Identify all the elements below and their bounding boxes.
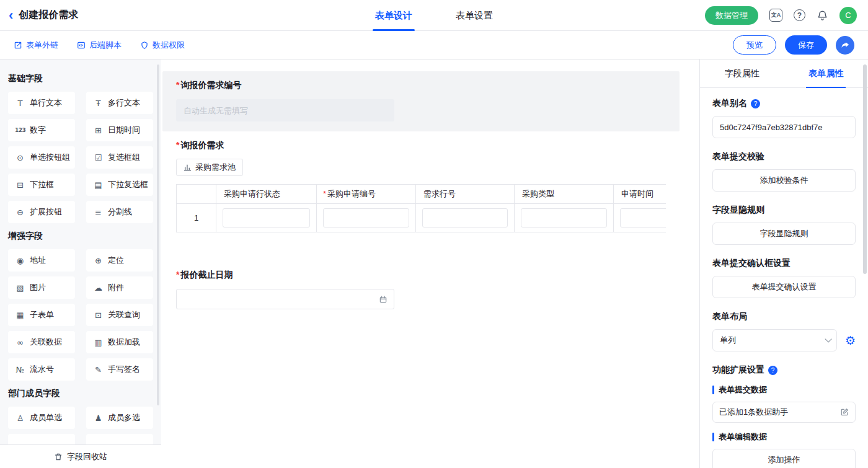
field-label: 数字 [30, 125, 46, 136]
sidebar-item-multi-select[interactable]: ▤下拉复选框 [86, 174, 153, 196]
col-header-request-line-status: 采购申请行状态 [216, 185, 317, 204]
main-body: 基础字段 T单行文本 Ŧ多行文本 123数字 ⊞日期时间 ⊙单选按钮组 ☑复选框… [0, 60, 868, 468]
field-label: 地址 [30, 255, 46, 266]
backend-script-link[interactable]: 后端脚本 [77, 40, 122, 51]
header-tabs: 表单设计 表单设置 [373, 0, 495, 31]
sidebar-scrollbar[interactable] [157, 64, 159, 405]
cell-input-request-line-status[interactable] [223, 208, 310, 227]
sidebar-item-data-load[interactable]: ▥数据加载 [86, 331, 153, 353]
avatar[interactable]: C [839, 7, 857, 24]
data-manage-button[interactable]: 数据管理 [705, 6, 758, 25]
field-visibility-button[interactable]: 字段显隐规则 [712, 223, 856, 245]
page-scrollbar[interactable] [863, 64, 867, 274]
col-label: 需求行号 [423, 189, 456, 198]
form-external-link[interactable]: 表单外链 [14, 40, 58, 51]
image-icon: ▧ [15, 283, 25, 293]
field-block-quote-req[interactable]: *询报价需求 采购需求池 采购申请行状态 *采购申请编号 [162, 131, 680, 242]
extend-button-icon: ⊖ [15, 208, 25, 217]
bell-icon[interactable] [817, 9, 828, 21]
form-alias-section: 表单别名 ? [712, 98, 856, 138]
tab-form-design[interactable]: 表单设计 [373, 0, 415, 31]
sidebar-item-subform[interactable]: ▦子表单 [8, 304, 75, 326]
add-validation-button[interactable]: 添加校验条件 [712, 169, 856, 192]
sidebar-item-multi-line-text[interactable]: Ŧ多行文本 [86, 92, 153, 114]
field-label: 多行文本 [108, 97, 140, 108]
sidebar-item-signature[interactable]: ✎手写签名 [86, 358, 153, 381]
sidebar-item-extend-button[interactable]: ⊖扩展按钮 [8, 201, 75, 223]
sidebar-item-linked-data[interactable]: ∞关联数据 [8, 331, 75, 353]
cell-input-apply-time[interactable] [620, 208, 666, 227]
required-mark: * [176, 80, 179, 90]
sidebar-item-checkbox-group[interactable]: ☑复选框组 [86, 146, 153, 169]
sidebar-item-select[interactable]: ⊟下拉框 [8, 174, 75, 196]
trash-icon [54, 453, 63, 461]
sidebar-item-radio-group[interactable]: ⊙单选按钮组 [8, 146, 75, 169]
linked-query-icon: ⊡ [93, 311, 104, 320]
sidebar-item-member-single[interactable]: ♙成员单选 [8, 407, 75, 429]
sidebar-item-member-multi[interactable]: ♟成员多选 [86, 407, 153, 429]
help-icon[interactable]: ? [794, 9, 805, 21]
attachment-cloud-icon: ☁ [93, 283, 104, 293]
basic-fields-grid: T单行文本 Ŧ多行文本 123数字 ⊞日期时间 ⊙单选按钮组 ☑复选框组 ⊟下拉… [8, 92, 153, 223]
field-label: 图片 [30, 282, 46, 293]
quote-no-input[interactable] [176, 99, 394, 121]
cell-input-demand-line-no[interactable] [422, 208, 508, 227]
label-text: 表单别名 [712, 98, 747, 109]
extension-help-icon[interactable]: ? [768, 366, 777, 375]
submit-data-sublabel: 表单提交数据 [712, 384, 856, 395]
share-button[interactable] [836, 36, 854, 55]
tab-field-properties[interactable]: 字段属性 [700, 60, 784, 87]
cell-input-purchase-type[interactable] [521, 208, 607, 227]
purchase-pool-button[interactable]: 采购需求池 [176, 159, 243, 176]
alias-help-icon[interactable]: ? [751, 99, 760, 108]
submit-confirm-label: 表单提交确认框设置 [712, 258, 856, 269]
layout-select[interactable]: 单列 [712, 329, 837, 351]
edit-icon[interactable] [840, 408, 849, 417]
calendar-icon: ⊞ [93, 126, 104, 135]
field-recycle-bin[interactable]: 字段回收站 [0, 444, 161, 468]
field-label: 成员单选 [30, 412, 62, 423]
extension-label: 功能扩展设置 ? [712, 364, 856, 376]
sidebar-item-single-line-text[interactable]: T单行文本 [8, 92, 75, 114]
label-text: 询报价需求编号 [180, 80, 241, 90]
form-alias-input[interactable] [712, 116, 856, 138]
add-operation-button[interactable]: 添加操作 [712, 449, 856, 468]
required-mark: * [176, 270, 179, 280]
field-label: 定位 [108, 255, 124, 266]
field-label: 流水号 [30, 364, 54, 375]
layout-gear-icon[interactable]: ⚙ [845, 335, 856, 347]
col-header-request-no: *采购申请编号 [317, 185, 416, 204]
language-icon[interactable]: 文A [769, 9, 782, 22]
col-label: 采购申请行状态 [224, 189, 280, 198]
form-layout-label: 表单布局 [712, 311, 856, 322]
field-label: 扩展按钮 [30, 206, 62, 218]
tab-form-properties[interactable]: 表单属性 [784, 60, 868, 87]
field-block-quote-no[interactable]: *询报价需求编号 [162, 71, 680, 131]
sidebar-item-number[interactable]: 123数字 [8, 119, 75, 141]
cell-demand-line-no [416, 204, 515, 232]
deadline-date-input[interactable] [176, 289, 394, 309]
sidebar-item-address[interactable]: ◉地址 [8, 249, 75, 272]
sidebar-item-serial-number[interactable]: №流水号 [8, 358, 75, 381]
save-button[interactable]: 保存 [785, 35, 827, 55]
data-assistant-field[interactable]: 已添加1条数据助手 [712, 402, 856, 423]
sidebar-item-datetime[interactable]: ⊞日期时间 [86, 119, 153, 141]
cell-input-request-no[interactable] [323, 208, 409, 227]
calendar-icon [379, 295, 388, 304]
field-block-deadline[interactable]: *报价截止日期 [162, 261, 680, 319]
back-icon[interactable]: ‹ [9, 9, 13, 22]
sidebar-item-linked-query[interactable]: ⊡关联查询 [86, 304, 153, 326]
multi-select-icon: ▤ [93, 180, 104, 190]
submit-confirm-button[interactable]: 表单提交确认设置 [712, 276, 856, 298]
tab-form-settings[interactable]: 表单设置 [453, 0, 495, 31]
preview-button[interactable]: 预览 [733, 35, 776, 55]
sidebar-item-divider[interactable]: ≡分割线 [86, 201, 153, 223]
sidebar-item-attachment[interactable]: ☁附件 [86, 276, 153, 299]
field-label: 下拉复选框 [108, 179, 148, 190]
field-label: 手写签名 [108, 364, 140, 375]
sidebar-item-location[interactable]: ⊕定位 [86, 249, 153, 272]
data-permission-link[interactable]: 数据权限 [140, 40, 185, 51]
sidebar-item-image[interactable]: ▧图片 [8, 276, 75, 299]
radio-icon: ⊙ [15, 153, 25, 162]
cell-apply-time [614, 204, 666, 232]
